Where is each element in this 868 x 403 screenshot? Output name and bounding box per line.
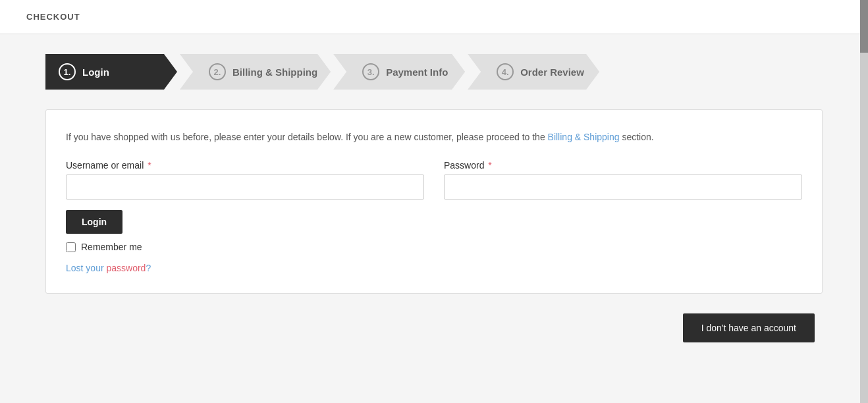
header: CHECKOUT bbox=[0, 0, 868, 34]
main-content: 1. Login 2. Billing & Shipping 3. Paymen… bbox=[19, 34, 849, 382]
lost-password-row: Lost your password? bbox=[66, 263, 802, 273]
no-account-button[interactable]: I don't have an account bbox=[683, 313, 815, 342]
remember-me-checkbox[interactable] bbox=[66, 242, 76, 252]
login-button[interactable]: Login bbox=[66, 210, 122, 234]
step-2-number: 2. bbox=[209, 63, 226, 80]
step-login: 1. Login bbox=[45, 54, 177, 90]
step-review: 4. Order Review bbox=[468, 54, 599, 90]
step-3-number: 3. bbox=[362, 63, 379, 80]
scrollbar[interactable] bbox=[860, 0, 868, 382]
lost-password-link[interactable]: Lost your password? bbox=[66, 263, 151, 273]
username-label: Username or email * bbox=[66, 160, 424, 171]
form-fields-row: Username or email * Password * bbox=[66, 160, 802, 200]
page-title: CHECKOUT bbox=[26, 12, 80, 22]
login-card: If you have shopped with us before, plea… bbox=[45, 109, 823, 294]
step-billing: 2. Billing & Shipping bbox=[180, 54, 331, 90]
scrollbar-thumb[interactable] bbox=[860, 0, 868, 53]
info-message: If you have shopped with us before, plea… bbox=[66, 130, 802, 144]
step-1-label: Login bbox=[82, 67, 109, 78]
remember-me-row: Remember me bbox=[66, 242, 802, 252]
lost-password-pre: Lost your bbox=[66, 263, 106, 273]
lost-password-post: ? bbox=[146, 263, 151, 273]
password-input[interactable] bbox=[444, 175, 802, 200]
password-label: Password * bbox=[444, 160, 802, 171]
remember-me-label: Remember me bbox=[81, 242, 142, 252]
username-required-star: * bbox=[145, 160, 151, 171]
password-required-star: * bbox=[485, 160, 491, 171]
billing-shipping-link[interactable]: Billing & Shipping bbox=[548, 132, 620, 142]
password-group: Password * bbox=[444, 160, 802, 200]
step-2-label: Billing & Shipping bbox=[232, 67, 317, 78]
username-group: Username or email * bbox=[66, 160, 424, 200]
step-4-number: 4. bbox=[497, 63, 514, 80]
bottom-bar: I don't have an account bbox=[45, 313, 823, 342]
info-text-part2: section. bbox=[620, 132, 654, 142]
checkout-steps: 1. Login 2. Billing & Shipping 3. Paymen… bbox=[45, 54, 823, 90]
step-4-label: Order Review bbox=[520, 67, 584, 78]
step-1-number: 1. bbox=[59, 63, 76, 80]
info-text-part1: If you have shopped with us before, plea… bbox=[66, 132, 548, 142]
step-payment: 3. Payment Info bbox=[333, 54, 465, 90]
step-3-label: Payment Info bbox=[386, 67, 448, 78]
username-input[interactable] bbox=[66, 175, 424, 200]
lost-password-word: password bbox=[106, 263, 146, 273]
